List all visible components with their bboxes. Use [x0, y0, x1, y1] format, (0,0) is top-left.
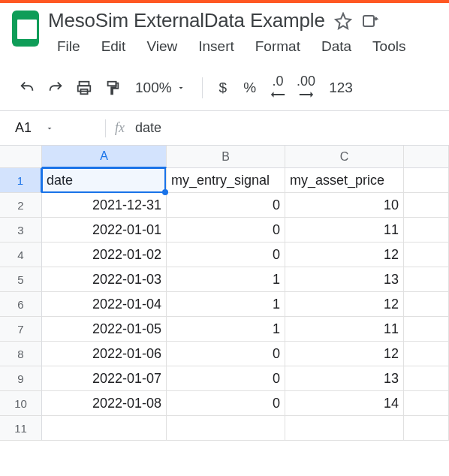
- select-all-corner[interactable]: [0, 146, 42, 168]
- cell[interactable]: 0: [167, 218, 285, 243]
- cell[interactable]: [404, 292, 449, 317]
- cell[interactable]: 10: [285, 193, 404, 218]
- fx-icon: fx: [115, 120, 125, 136]
- row-header[interactable]: 6: [0, 292, 42, 317]
- cell[interactable]: 1: [167, 292, 285, 317]
- cell[interactable]: [404, 317, 449, 342]
- row-header[interactable]: 7: [0, 317, 42, 342]
- col-header-a[interactable]: A: [42, 146, 167, 168]
- cell[interactable]: my_asset_price: [285, 168, 404, 193]
- cell[interactable]: 11: [285, 218, 404, 243]
- row-header[interactable]: 2: [0, 193, 42, 218]
- cell[interactable]: 12: [285, 292, 404, 317]
- chevron-down-icon: [45, 124, 54, 133]
- row-header[interactable]: 11: [0, 416, 42, 441]
- menu-data[interactable]: Data: [312, 35, 360, 58]
- cell[interactable]: 0: [167, 193, 285, 218]
- cell[interactable]: [404, 168, 449, 193]
- cell-grid[interactable]: date my_entry_signal my_asset_price 2021…: [42, 168, 449, 441]
- cell[interactable]: 2022-01-02: [42, 243, 167, 267]
- chevron-down-icon: [176, 83, 185, 92]
- format-percent-button[interactable]: %: [236, 80, 264, 96]
- cell[interactable]: 1: [167, 267, 285, 292]
- cell[interactable]: 0: [167, 243, 285, 267]
- cell[interactable]: 0: [167, 366, 285, 391]
- menu-edit[interactable]: Edit: [92, 35, 135, 58]
- cell[interactable]: [404, 193, 449, 218]
- undo-button[interactable]: [14, 74, 41, 101]
- svg-rect-4: [108, 82, 116, 86]
- cell[interactable]: [167, 416, 285, 441]
- cell[interactable]: 2022-01-01: [42, 218, 167, 243]
- cell[interactable]: [404, 366, 449, 391]
- star-icon[interactable]: [334, 12, 352, 30]
- increase-decimal-button[interactable]: .00: [292, 74, 320, 101]
- decrease-decimal-button[interactable]: .0: [265, 74, 291, 101]
- row-header[interactable]: 3: [0, 218, 42, 243]
- cell[interactable]: 0: [167, 391, 285, 416]
- menu-insert[interactable]: Insert: [189, 35, 243, 58]
- app-header: MesoSim ExternalData Example File Edit V…: [0, 3, 449, 58]
- format-123-button[interactable]: 123: [321, 80, 360, 96]
- name-box[interactable]: A1: [8, 117, 96, 139]
- sheets-logo[interactable]: [11, 9, 41, 48]
- cell[interactable]: 12: [285, 243, 404, 267]
- cell[interactable]: 14: [285, 391, 404, 416]
- move-icon[interactable]: [361, 12, 379, 30]
- cell[interactable]: [404, 218, 449, 243]
- formula-input[interactable]: date: [135, 120, 161, 136]
- row-header[interactable]: 1: [0, 168, 42, 193]
- format-currency-button[interactable]: $: [212, 80, 235, 96]
- toolbar-separator: [202, 77, 203, 98]
- cell[interactable]: 2021-12-31: [42, 193, 167, 218]
- row-headers: 1 2 3 4 5 6 7 8 9 10 11: [0, 168, 42, 441]
- col-header-b[interactable]: B: [167, 146, 285, 168]
- menu-file[interactable]: File: [48, 35, 89, 58]
- cell[interactable]: 11: [285, 317, 404, 342]
- menu-tools[interactable]: Tools: [363, 35, 414, 58]
- cell[interactable]: [404, 391, 449, 416]
- cell[interactable]: 13: [285, 366, 404, 391]
- paint-format-button[interactable]: [99, 74, 126, 101]
- toolbar: 100% $ % .0 .00 123: [0, 67, 449, 109]
- fill-handle[interactable]: [162, 189, 168, 195]
- cell[interactable]: 2022-01-05: [42, 317, 167, 342]
- cell[interactable]: 2022-01-08: [42, 391, 167, 416]
- row-header[interactable]: 4: [0, 243, 42, 267]
- svg-rect-0: [363, 16, 374, 26]
- formula-separator: [105, 119, 106, 137]
- column-headers: A B C: [42, 146, 449, 168]
- cell[interactable]: 2022-01-06: [42, 342, 167, 366]
- zoom-selector[interactable]: 100%: [128, 80, 193, 96]
- cell[interactable]: 12: [285, 342, 404, 366]
- col-header-d[interactable]: [404, 146, 449, 168]
- menu-bar: File Edit View Insert Format Data Tools: [48, 35, 438, 58]
- row-header[interactable]: 10: [0, 391, 42, 416]
- spreadsheet: A B C 1 2 3 4 5 6 7 8 9 10 11 date my_en…: [0, 146, 449, 441]
- redo-button[interactable]: [42, 74, 69, 101]
- col-header-c[interactable]: C: [285, 146, 404, 168]
- menu-format[interactable]: Format: [246, 35, 309, 58]
- cell[interactable]: [404, 342, 449, 366]
- document-title[interactable]: MesoSim ExternalData Example: [48, 9, 325, 32]
- print-button[interactable]: [71, 74, 98, 101]
- row-header[interactable]: 5: [0, 267, 42, 292]
- zoom-value: 100%: [135, 80, 172, 96]
- row-header[interactable]: 8: [0, 342, 42, 366]
- cell[interactable]: [404, 243, 449, 267]
- cell[interactable]: [404, 416, 449, 441]
- cell[interactable]: [285, 416, 404, 441]
- cell[interactable]: [404, 267, 449, 292]
- cell[interactable]: 13: [285, 267, 404, 292]
- cell[interactable]: 2022-01-04: [42, 292, 167, 317]
- cell[interactable]: 1: [167, 317, 285, 342]
- formula-bar: A1 fx date: [0, 111, 449, 146]
- cell[interactable]: my_entry_signal: [167, 168, 285, 193]
- cell[interactable]: 2022-01-03: [42, 267, 167, 292]
- cell[interactable]: date: [42, 168, 167, 193]
- cell[interactable]: 2022-01-07: [42, 366, 167, 391]
- cell[interactable]: 0: [167, 342, 285, 366]
- row-header[interactable]: 9: [0, 366, 42, 391]
- cell[interactable]: [42, 416, 167, 441]
- menu-view[interactable]: View: [137, 35, 186, 58]
